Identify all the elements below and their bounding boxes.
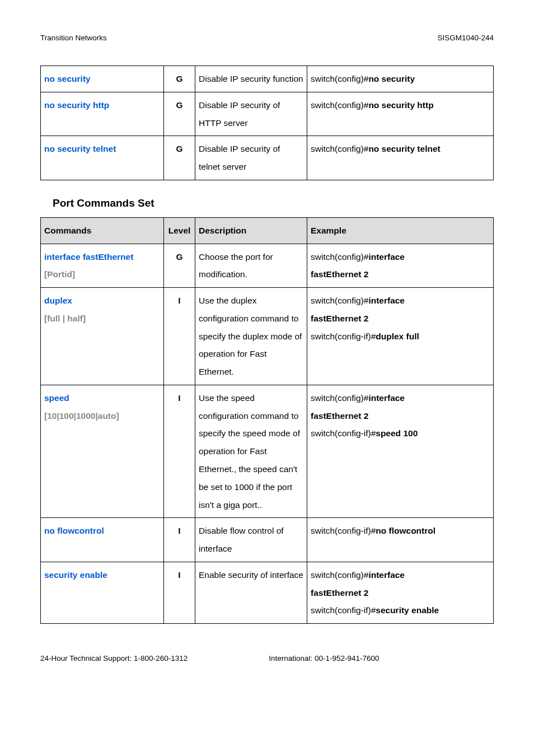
table-row: no flowcontrolIDisable flow control of i…	[41, 518, 494, 562]
level-cell: G	[164, 92, 195, 136]
col-commands: Commands	[41, 217, 164, 244]
col-level: Level	[164, 217, 195, 244]
example-cell: switch(config)#interfacefastEthernet 2sw…	[307, 385, 494, 517]
command-name: no security http	[44, 100, 109, 110]
command-params: [Portid]	[44, 269, 75, 279]
command-params: [full | half]	[44, 314, 86, 323]
command-cell: duplex[full | half]	[41, 288, 164, 385]
description-cell: Disable IP security function	[195, 66, 307, 92]
example-cell: switch(config)#no security http	[307, 92, 494, 136]
footer-left: 24-Hour Technical Support: 1-800-260-131…	[40, 654, 188, 662]
example-cell: switch(config-if)#no flowcontrol	[307, 518, 494, 562]
level-cell: I	[164, 385, 195, 517]
col-example: Example	[307, 217, 494, 244]
table-row: no security httpGDisable IP security of …	[41, 92, 494, 136]
description-cell: Enable security of interface	[195, 562, 307, 623]
example-cell: switch(config)#no security	[307, 66, 494, 92]
command-cell: interface fastEthernet[Portid]	[41, 244, 164, 288]
level-cell: I	[164, 518, 195, 562]
command-name: no security	[44, 74, 91, 83]
example-cell: switch(config)#interfacefastEthernet 2sw…	[307, 562, 494, 623]
description-cell: Use the speed configuration command to s…	[195, 385, 307, 517]
level-cell: I	[164, 288, 195, 385]
page-footer: 24-Hour Technical Support: 1-800-260-131…	[40, 654, 494, 662]
command-name: security enable	[44, 570, 107, 580]
section-title: Port Commands Set	[53, 197, 494, 209]
level-cell: G	[164, 136, 195, 180]
command-name: duplex	[44, 296, 72, 305]
table-head-row: Commands Level Description Example	[41, 217, 494, 244]
header-left: Transition Networks	[40, 34, 107, 42]
security-table: no securityGDisable IP security function…	[40, 66, 494, 180]
description-cell: Use the duplex configuration command to …	[195, 288, 307, 385]
level-cell: G	[164, 244, 195, 288]
example-cell: switch(config)#interfacefastEthernet 2	[307, 244, 494, 288]
level-cell: I	[164, 562, 195, 623]
example-cell: switch(config)#no security telnet	[307, 136, 494, 180]
col-description: Description	[195, 217, 307, 244]
table-row: duplex[full | half]IUse the duplex confi…	[41, 288, 494, 385]
description-cell: Disable IP security of HTTP server	[195, 92, 307, 136]
footer-right: International: 00-1-952-941-7600	[269, 654, 379, 662]
description-cell: Disable IP security of telnet server	[195, 136, 307, 180]
page-header: Transition Networks SISGM1040-244	[40, 34, 494, 42]
command-name: speed	[44, 393, 69, 403]
command-name: no security telnet	[44, 144, 116, 153]
command-cell: no flowcontrol	[41, 518, 164, 562]
command-name: no flowcontrol	[44, 526, 104, 535]
table-row: speed[10|100|1000|auto]IUse the speed co…	[41, 385, 494, 517]
table-row: security enableIEnable security of inter…	[41, 562, 494, 623]
table-row: no security telnetGDisable IP security o…	[41, 136, 494, 180]
level-cell: G	[164, 66, 195, 92]
description-cell: Choose the port for modification.	[195, 244, 307, 288]
table-row: interface fastEthernet[Portid]GChoose th…	[41, 244, 494, 288]
command-cell: security enable	[41, 562, 164, 623]
command-cell: speed[10|100|1000|auto]	[41, 385, 164, 517]
port-commands-table: Commands Level Description Example inter…	[40, 217, 494, 624]
header-right: SISGM1040-244	[437, 34, 494, 42]
command-params: [10|100|1000|auto]	[44, 411, 119, 421]
table-row: no securityGDisable IP security function…	[41, 66, 494, 92]
description-cell: Disable flow control of interface	[195, 518, 307, 562]
example-cell: switch(config)#interfacefastEthernet 2sw…	[307, 288, 494, 385]
command-name: interface fastEthernet	[44, 252, 133, 262]
